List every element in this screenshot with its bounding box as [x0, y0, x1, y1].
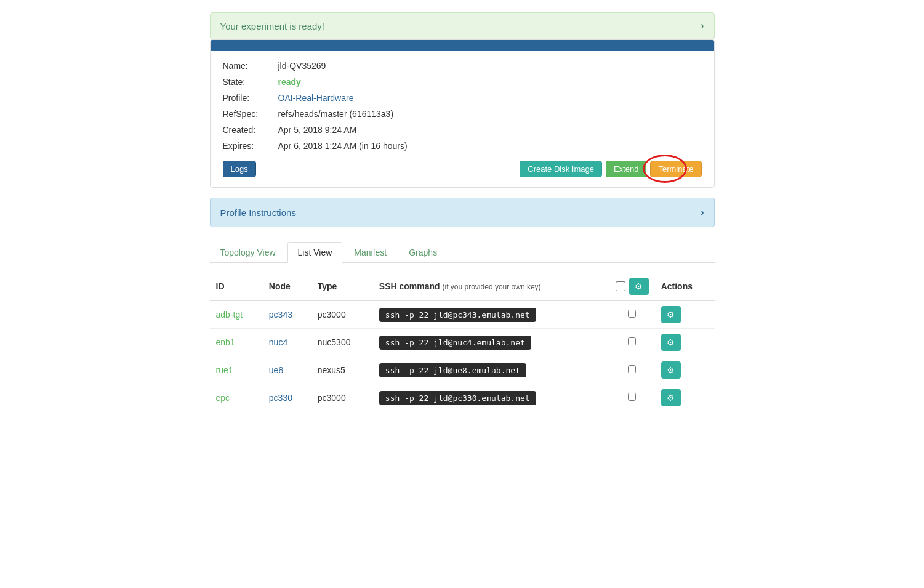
- row-checkbox[interactable]: [628, 310, 636, 318]
- created-label: Created:: [223, 125, 278, 135]
- cell-node: pc343: [263, 300, 311, 329]
- cell-type: pc3000: [311, 384, 373, 412]
- name-label: Name:: [223, 61, 278, 71]
- cell-id: adb-tgt: [210, 300, 263, 329]
- table-row: enb1 nuc4 nuc5300 ssh -p 22 jld@nuc4.emu…: [210, 329, 715, 356]
- cell-actions: ⚙: [655, 384, 715, 412]
- table-row: rue1 ue8 nexus5 ssh -p 22 jld@ue8.emulab…: [210, 356, 715, 384]
- refspec-row: RefSpec: refs/heads/master (616113a3): [223, 109, 702, 119]
- expires-value: Apr 6, 2018 1:24 AM (in 16 hours): [278, 141, 408, 151]
- profile-instructions-text: Profile Instructions: [220, 207, 296, 218]
- cell-id: epc: [210, 384, 263, 412]
- node-link[interactable]: pc330: [269, 393, 292, 403]
- name-row: Name: jld-QV35269: [223, 61, 702, 71]
- cell-actions: ⚙: [655, 356, 715, 384]
- experiment-ready-chevron: ›: [701, 20, 704, 31]
- node-link[interactable]: pc343: [269, 310, 292, 320]
- row-gear-button[interactable]: ⚙: [661, 306, 681, 323]
- table-row: epc pc330 pc3000 ssh -p 22 jld@pc330.emu…: [210, 384, 715, 412]
- id-link[interactable]: epc: [216, 393, 230, 403]
- cell-ssh-cmd: ssh -p 22 jld@pc343.emulab.net: [373, 300, 609, 329]
- tab-graphs[interactable]: Graphs: [398, 242, 448, 262]
- profile-link[interactable]: OAI-Real-Hardware: [278, 93, 354, 103]
- create-disk-image-button[interactable]: Create Disk Image: [520, 161, 602, 177]
- terminate-button[interactable]: Terminate: [650, 161, 701, 177]
- row-checkbox[interactable]: [628, 365, 636, 373]
- right-action-buttons: Create Disk Image Extend Terminate: [520, 161, 701, 177]
- ssh-note: (if you provided your own key): [443, 283, 541, 291]
- nodes-table: ID Node Type SSH command (if you provide…: [210, 273, 715, 411]
- logs-button[interactable]: Logs: [223, 161, 256, 177]
- cell-node: pc330: [263, 384, 311, 412]
- cell-type: nexus5: [311, 356, 373, 384]
- th-actions: Actions: [655, 273, 715, 300]
- name-value: jld-QV35269: [278, 61, 326, 71]
- th-id: ID: [210, 273, 263, 300]
- tabs-bar: Topology View List View Manifest Graphs: [210, 242, 715, 263]
- cell-id: enb1: [210, 329, 263, 356]
- cell-checkbox: [609, 300, 655, 329]
- ssh-command-text[interactable]: ssh -p 22 jld@ue8.emulab.net: [379, 363, 526, 377]
- created-row: Created: Apr 5, 2018 9:24 AM: [223, 125, 702, 135]
- extend-button[interactable]: Extend: [606, 161, 646, 177]
- profile-row: Profile: OAI-Real-Hardware: [223, 93, 702, 103]
- cell-actions: ⚙: [655, 300, 715, 329]
- gear-icon: ⚙: [667, 365, 675, 375]
- cell-node: nuc4: [263, 329, 311, 356]
- id-link[interactable]: adb-tgt: [216, 310, 243, 320]
- info-card-header-bar: [211, 40, 714, 51]
- table-row: adb-tgt pc343 pc3000 ssh -p 22 jld@pc343…: [210, 300, 715, 329]
- profile-instructions-banner[interactable]: Profile Instructions ›: [210, 198, 715, 227]
- terminate-wrapper: Terminate: [650, 161, 701, 177]
- cell-checkbox: [609, 329, 655, 356]
- tabs-container: Topology View List View Manifest Graphs …: [210, 242, 715, 411]
- experiment-ready-text: Your experiment is ready!: [220, 21, 325, 31]
- cell-actions: ⚙: [655, 329, 715, 356]
- state-value: ready: [278, 77, 301, 87]
- created-value: Apr 5, 2018 9:24 AM: [278, 125, 357, 135]
- cell-ssh-cmd: ssh -p 22 jld@ue8.emulab.net: [373, 356, 609, 384]
- node-link[interactable]: ue8: [269, 365, 283, 375]
- expires-row: Expires: Apr 6, 2018 1:24 AM (in 16 hour…: [223, 141, 702, 151]
- select-all-checkbox[interactable]: [616, 281, 625, 291]
- profile-label: Profile:: [223, 93, 278, 103]
- ssh-command-text[interactable]: ssh -p 22 jld@nuc4.emulab.net: [379, 336, 531, 350]
- header-gear-icon: ⚙: [635, 281, 643, 291]
- expires-label: Expires:: [223, 141, 278, 151]
- th-type: Type: [311, 273, 373, 300]
- node-link[interactable]: nuc4: [269, 337, 287, 347]
- info-card-body: Name: jld-QV35269 State: ready Profile: …: [211, 51, 714, 187]
- ssh-command-text[interactable]: ssh -p 22 jld@pc330.emulab.net: [379, 391, 536, 405]
- id-link[interactable]: enb1: [216, 337, 235, 347]
- state-row: State: ready: [223, 77, 702, 87]
- info-card-actions: Logs Create Disk Image Extend Terminate: [223, 157, 702, 177]
- th-node: Node: [263, 273, 311, 300]
- info-card: Name: jld-QV35269 State: ready Profile: …: [210, 39, 715, 188]
- cell-id: rue1: [210, 356, 263, 384]
- tab-topology-view[interactable]: Topology View: [210, 242, 286, 262]
- ssh-command-text[interactable]: ssh -p 22 jld@pc343.emulab.net: [379, 308, 536, 322]
- cell-ssh-cmd: ssh -p 22 jld@nuc4.emulab.net: [373, 329, 609, 356]
- row-gear-button[interactable]: ⚙: [661, 389, 681, 406]
- cell-ssh-cmd: ssh -p 22 jld@pc330.emulab.net: [373, 384, 609, 412]
- id-link[interactable]: rue1: [216, 365, 233, 375]
- cell-node: ue8: [263, 356, 311, 384]
- th-checkbox-gear: ⚙: [609, 273, 655, 300]
- refspec-label: RefSpec:: [223, 109, 278, 119]
- row-checkbox[interactable]: [628, 337, 636, 345]
- row-gear-button[interactable]: ⚙: [661, 361, 681, 379]
- tab-list-view[interactable]: List View: [287, 242, 343, 263]
- header-gear-button[interactable]: ⚙: [629, 278, 649, 295]
- cell-checkbox: [609, 384, 655, 412]
- state-label: State:: [223, 77, 278, 87]
- cell-type: pc3000: [311, 300, 373, 329]
- row-gear-button[interactable]: ⚙: [661, 334, 681, 351]
- experiment-ready-banner[interactable]: Your experiment is ready! ›: [210, 12, 715, 39]
- profile-instructions-chevron: ›: [701, 207, 704, 218]
- row-checkbox[interactable]: [628, 393, 636, 401]
- refspec-value: refs/heads/master (616113a3): [278, 109, 394, 119]
- gear-icon: ⚙: [667, 393, 675, 403]
- gear-icon: ⚙: [667, 310, 675, 320]
- cell-type: nuc5300: [311, 329, 373, 356]
- tab-manifest[interactable]: Manifest: [343, 242, 397, 262]
